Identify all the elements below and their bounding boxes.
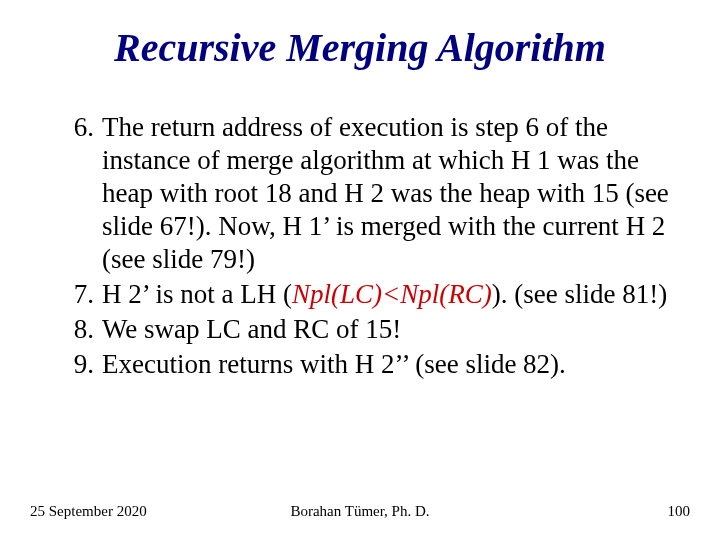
- numbered-list: The return address of execution is step …: [40, 111, 680, 381]
- slide-title: Recursive Merging Algorithm: [0, 0, 720, 81]
- footer-page-number: 100: [470, 503, 690, 520]
- list-item-text-pre: H 2’ is not a LH (: [102, 279, 292, 309]
- list-item: The return address of execution is step …: [102, 111, 680, 276]
- list-item: H 2’ is not a LH (Npl(LC)<Npl(RC)). (see…: [102, 278, 680, 311]
- list-item-text: Execution returns with H 2’’ (see slide …: [102, 349, 566, 379]
- list-item: Execution returns with H 2’’ (see slide …: [102, 348, 680, 381]
- slide-body: The return address of execution is step …: [0, 81, 720, 381]
- list-item-text-post: ). (see slide 81!): [492, 279, 667, 309]
- footer: 25 September 2020 Borahan Tümer, Ph. D. …: [0, 503, 720, 520]
- slide: Recursive Merging Algorithm The return a…: [0, 0, 720, 540]
- footer-author: Borahan Tümer, Ph. D.: [250, 503, 470, 520]
- list-item-text: The return address of execution is step …: [102, 112, 669, 274]
- list-item: We swap LC and RC of 15!: [102, 313, 680, 346]
- list-item-text: We swap LC and RC of 15!: [102, 314, 401, 344]
- list-item-text-red: Npl(LC)<Npl(RC): [292, 279, 492, 309]
- footer-date: 25 September 2020: [30, 503, 250, 520]
